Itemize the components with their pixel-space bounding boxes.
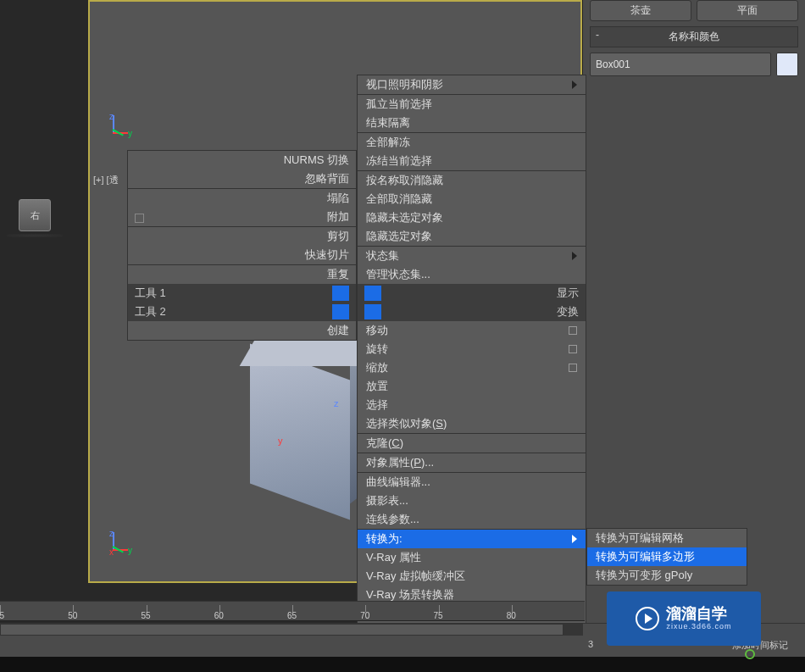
taskbar <box>0 657 805 672</box>
menu-hide-selected[interactable]: 隐藏选定对象 <box>358 227 586 246</box>
ruler-tick: 50 <box>73 602 146 620</box>
menu-unhide-all[interactable]: 全部取消隐藏 <box>358 190 586 208</box>
watermark-badge: 溜溜自学 zixue.3d66.com <box>607 591 761 646</box>
time-slider-thumb[interactable] <box>0 624 564 636</box>
menu-viewport-lighting[interactable]: 视口照明和阴影 <box>358 75 586 94</box>
play-icon <box>636 607 659 630</box>
bottom-number: 3 <box>588 639 593 649</box>
collapse-icon[interactable]: - <box>596 29 599 41</box>
ruler-tick: 55 <box>147 602 219 620</box>
menu-move[interactable]: 移动 <box>358 321 586 340</box>
menu-rotate[interactable]: 旋转 <box>358 340 586 358</box>
menu-placement[interactable]: 放置 <box>358 377 586 396</box>
menu-state-sets[interactable]: 状态集 <box>358 247 586 265</box>
menu-unfreeze-all[interactable]: 全部解冻 <box>358 133 586 152</box>
submenu-arrow-icon <box>572 81 577 89</box>
settings-box-icon[interactable] <box>569 345 577 353</box>
menu-end-isolation[interactable]: 结束隔离 <box>358 114 586 132</box>
submenu-arrow-icon <box>572 252 577 260</box>
viewport-label[interactable]: [+] [透 <box>93 174 119 186</box>
checkbox-icon <box>135 214 144 223</box>
panel-btn-teapot[interactable]: 茶壶 <box>590 0 691 21</box>
object-color-swatch[interactable] <box>776 53 798 76</box>
menu-vray-properties[interactable]: V-Ray 属性 <box>358 548 586 567</box>
menu-select[interactable]: 选择 <box>358 396 586 414</box>
menu-quickslice[interactable]: 快速切片 <box>128 246 356 264</box>
menu-manage-state-sets[interactable]: 管理状态集... <box>358 265 586 284</box>
menu-cut[interactable]: 剪切 <box>128 227 356 246</box>
panel-section-name-color[interactable]: - 名称和颜色 <box>590 26 798 47</box>
ruler-tick: 45 <box>0 602 73 620</box>
quad-header-display: 显示 <box>358 284 586 303</box>
watermark-title: 溜溜自学 <box>666 606 731 623</box>
menu-attach[interactable]: 附加 <box>128 208 356 226</box>
ruler-tick: 65 <box>292 602 365 620</box>
menu-curve-editor[interactable]: 曲线编辑器... <box>358 473 586 492</box>
object-name-input[interactable] <box>590 53 771 76</box>
ruler-tick: 80 <box>512 602 585 620</box>
menu-vray-vfb[interactable]: V-Ray 虚拟帧缓冲区 <box>358 567 586 586</box>
quad-menu-left: NURMS 切换 忽略背面 塌陷 附加 剪切 快速切片 重复 工具 1 工具 2… <box>127 150 357 341</box>
status-circle-icon <box>745 649 755 659</box>
ruler-tick: 70 <box>365 602 438 620</box>
watermark-url: zixue.3d66.com <box>666 623 731 631</box>
viewcube[interactable]: 右 <box>19 199 51 231</box>
time-slider-track[interactable] <box>0 624 583 636</box>
quad-menu-right: 视口照明和阴影 孤立当前选择 结束隔离 全部解冻 冻结当前选择 按名称取消隐藏 … <box>357 75 586 661</box>
menu-create[interactable]: 创建 <box>128 321 356 340</box>
menu-object-properties[interactable]: 对象属性(P)... <box>358 453 586 472</box>
menu-scale[interactable]: 缩放 <box>358 358 586 377</box>
menu-clone[interactable]: 克隆(C) <box>358 434 586 453</box>
convert-to-submenu: 转换为可编辑网格 转换为可编辑多边形 转换为可变形 gPoly <box>586 528 747 586</box>
menu-ignore-backface[interactable]: 忽略背面 <box>128 169 356 188</box>
timeline-ruler[interactable]: 4550556065707580 <box>0 601 585 621</box>
menu-select-similar[interactable]: 选择类似对象(S) <box>358 414 586 433</box>
menu-wire-parameters[interactable]: 连线参数... <box>358 510 586 529</box>
quad-header-transform: 变换 <box>358 303 586 321</box>
submenu-to-editable-poly[interactable]: 转换为可编辑多边形 <box>587 547 747 566</box>
ruler-tick: 75 <box>439 602 512 620</box>
menu-isolate-selection[interactable]: 孤立当前选择 <box>358 95 586 114</box>
menu-collapse[interactable]: 塌陷 <box>128 189 356 208</box>
submenu-to-deformable-gpoly[interactable]: 转换为可变形 gPoly <box>587 566 747 585</box>
menu-repeat[interactable]: 重复 <box>128 265 356 284</box>
viewcube-shadow <box>7 234 63 237</box>
section-title-label: 名称和颜色 <box>669 31 719 42</box>
menu-unhide-by-name[interactable]: 按名称取消隐藏 <box>358 171 586 190</box>
submenu-to-editable-mesh[interactable]: 转换为可编辑网格 <box>587 529 747 547</box>
panel-btn-plane[interactable]: 平面 <box>697 0 798 21</box>
ruler-tick: 60 <box>219 602 292 620</box>
settings-box-icon[interactable] <box>569 364 577 372</box>
menu-nurms-toggle[interactable]: NURMS 切换 <box>128 151 356 169</box>
quad-header-tool1: 工具 1 <box>128 284 356 303</box>
menu-freeze-selection[interactable]: 冻结当前选择 <box>358 152 586 170</box>
menu-hide-unselected[interactable]: 隐藏未选定对象 <box>358 208 586 227</box>
settings-box-icon[interactable] <box>569 326 577 335</box>
menu-convert-to[interactable]: 转换为: <box>358 530 586 548</box>
submenu-arrow-icon <box>572 535 577 543</box>
quad-header-tool2: 工具 2 <box>128 303 356 321</box>
menu-dope-sheet[interactable]: 摄影表... <box>358 492 586 510</box>
